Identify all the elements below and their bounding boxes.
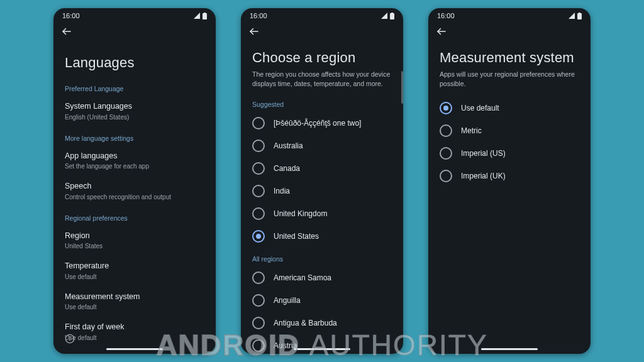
measurement-option-metric[interactable]: Metric — [428, 119, 591, 142]
page-subtitle: The region you choose affects how your d… — [241, 70, 403, 93]
region-option-us[interactable]: United States — [241, 225, 403, 248]
svg-rect-1 — [204, 13, 206, 14]
setting-first-day[interactable]: First day of week Use default — [53, 317, 216, 348]
nav-home-indicator[interactable] — [481, 348, 538, 350]
scroll-indicator[interactable] — [401, 71, 403, 104]
radio-label: American Samoa — [274, 273, 331, 282]
setting-sub: English (United States) — [65, 113, 204, 122]
back-arrow-icon[interactable] — [248, 26, 260, 37]
radio-label: Anguilla — [274, 296, 301, 305]
svg-rect-0 — [203, 13, 207, 19]
region-option-antigua[interactable]: Antigua & Barbuda — [241, 312, 403, 334]
section-header-regional: Regional preferences — [53, 207, 216, 226]
radio-label: Use default — [461, 104, 499, 112]
setting-sub: United States — [65, 242, 204, 251]
setting-app-languages[interactable]: App languages Set the language for each … — [53, 146, 216, 177]
page-title: Choose a region — [241, 40, 403, 70]
battery-icon — [203, 13, 207, 19]
setting-sub: Use default — [65, 334, 204, 343]
radio-icon — [252, 140, 265, 152]
back-arrow-icon[interactable] — [61, 26, 72, 37]
radio-icon — [252, 185, 265, 197]
radio-icon — [252, 339, 265, 352]
radio-label: Australia — [274, 141, 303, 150]
radio-label: [Þšéûðö-Åççéñţš one two] — [274, 119, 361, 128]
signal-icon — [194, 13, 200, 19]
region-option-austria[interactable]: Austria — [241, 334, 403, 354]
radio-label: Imperial (US) — [461, 149, 506, 158]
svg-rect-9 — [577, 13, 582, 19]
radio-icon — [440, 147, 452, 160]
nav-home-indicator[interactable] — [106, 348, 163, 350]
page-title: Languages — [53, 40, 216, 77]
svg-rect-10 — [579, 13, 580, 14]
radio-label: United Kingdom — [274, 209, 327, 218]
radio-label: Canada — [274, 164, 300, 173]
setting-temperature[interactable]: Temperature Use default — [53, 256, 216, 287]
status-time: 16:00 — [62, 12, 80, 19]
radio-icon-selected — [440, 102, 452, 114]
measurement-option-imperial-uk[interactable]: Imperial (UK) — [428, 165, 591, 187]
svg-point-5 — [70, 336, 70, 337]
status-icons — [381, 13, 394, 19]
radio-label: India — [274, 187, 290, 195]
info-icon[interactable] — [65, 334, 75, 344]
setting-title: App languages — [65, 151, 204, 162]
measurement-option-imperial-us[interactable]: Imperial (US) — [428, 142, 591, 165]
region-option-australia[interactable]: Australia — [241, 134, 403, 157]
section-header-suggested: Suggested — [241, 93, 403, 112]
setting-speech[interactable]: Speech Control speech recognition and ou… — [53, 176, 216, 207]
nav-home-indicator[interactable] — [294, 348, 350, 350]
radio-label: Imperial (UK) — [461, 172, 506, 180]
region-option-uk[interactable]: United Kingdom — [241, 202, 403, 225]
section-header-more: More language settings — [53, 127, 216, 146]
measurement-option-default[interactable]: Use default — [428, 97, 591, 119]
setting-sub: Control speech recognition and output — [65, 193, 204, 202]
radio-icon — [252, 272, 265, 284]
radio-icon — [252, 294, 265, 307]
setting-title: Speech — [65, 181, 204, 192]
status-bar: 16:00 — [428, 8, 591, 21]
battery-icon — [390, 13, 394, 19]
radio-label: United States — [274, 232, 319, 241]
phone-screen-region: 16:00 Choose a region The region you cho… — [241, 8, 403, 354]
region-option-canada[interactable]: Canada — [241, 157, 403, 180]
region-option-american-samoa[interactable]: American Samoa — [241, 266, 403, 289]
radio-icon — [440, 124, 452, 137]
status-bar: 16:00 — [241, 8, 403, 21]
page-title: Measurement system — [428, 40, 591, 70]
page-subtitle: Apps will use your regional preferences … — [428, 70, 591, 93]
section-header-all: All regions — [241, 248, 403, 266]
setting-measurement[interactable]: Measurement system Use default — [53, 287, 216, 317]
radio-label: Metric — [461, 126, 482, 135]
phone-screen-languages: 16:00 Languages Preferred Language Syste… — [53, 8, 216, 354]
svg-rect-6 — [390, 13, 394, 19]
radio-icon-selected — [252, 230, 265, 243]
radio-icon — [440, 170, 452, 182]
setting-title: System Languages — [65, 101, 204, 112]
radio-icon — [252, 317, 265, 329]
setting-title: Region — [65, 231, 204, 242]
radio-label: Antigua & Barbuda — [274, 319, 337, 327]
setting-title: Measurement system — [65, 292, 204, 303]
radio-icon — [252, 117, 265, 129]
signal-icon — [381, 13, 387, 19]
setting-system-languages[interactable]: System Languages English (United States) — [53, 96, 216, 127]
status-icons — [569, 13, 582, 19]
setting-title: Temperature — [65, 261, 204, 272]
status-time: 16:00 — [437, 12, 455, 19]
region-option-pseudo[interactable]: [Þšéûðö-Åççéñţš one two] — [241, 112, 403, 134]
status-icons — [194, 13, 207, 19]
status-bar: 16:00 — [53, 8, 216, 21]
back-arrow-icon[interactable] — [436, 26, 447, 37]
signal-icon — [569, 13, 575, 19]
section-header-preferred: Preferred Language — [53, 77, 216, 96]
setting-region[interactable]: Region United States — [53, 226, 216, 256]
phone-screen-measurement: 16:00 Measurement system Apps will use y… — [428, 8, 591, 354]
setting-sub: Set the language for each app — [65, 162, 204, 171]
setting-sub: Use default — [65, 273, 204, 282]
status-time: 16:00 — [250, 12, 267, 19]
region-option-india[interactable]: India — [241, 180, 403, 202]
radio-icon — [252, 162, 265, 175]
region-option-anguilla[interactable]: Anguilla — [241, 289, 403, 312]
